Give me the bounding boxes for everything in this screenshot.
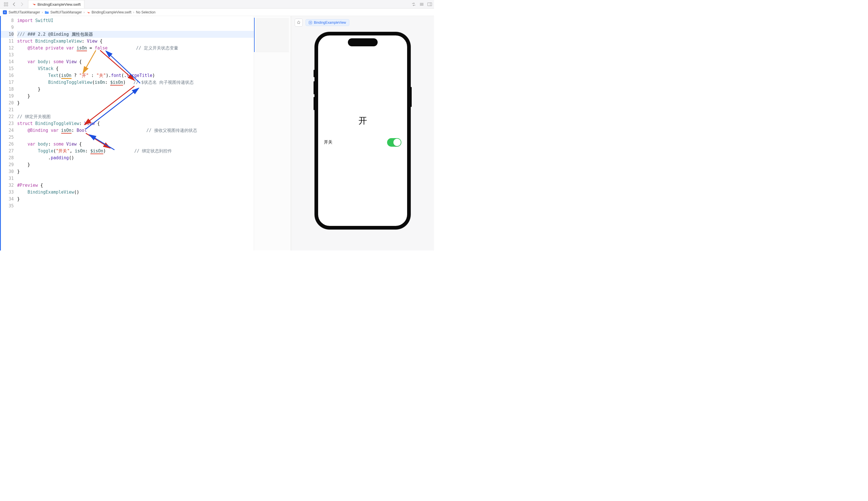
code-area[interactable]: import SwiftUI/// ### 2.2 @Binding 属性包装器…	[17, 16, 254, 250]
preview-badge-label: BindingExampleView	[314, 21, 346, 24]
nav-forward-button[interactable]	[20, 2, 24, 7]
phone-side-button	[314, 70, 315, 77]
chevron-right-icon: ›	[133, 10, 134, 14]
status-text: 开	[359, 115, 367, 127]
pin-preview-button[interactable]	[295, 19, 303, 26]
phone-side-button	[411, 87, 412, 107]
crumb-folder[interactable]: SwiftUITaskManager	[50, 10, 82, 14]
code-editor[interactable]: 8910111213141516171819202122232425262728…	[0, 16, 254, 250]
svg-rect-1	[7, 2, 8, 3]
iphone-simulator-frame: 开 开关	[315, 32, 411, 230]
toggle-label: 开关	[324, 140, 332, 145]
phone-side-button	[314, 81, 315, 94]
chevron-right-icon: ›	[84, 10, 85, 14]
swift-file-icon	[32, 2, 36, 7]
svg-rect-0	[4, 2, 6, 3]
preview-canvas: BindingExampleView 开 开关	[291, 16, 434, 250]
split-editor-icon[interactable]	[427, 2, 432, 7]
chevron-right-icon: ›	[42, 10, 43, 14]
nav-back-button[interactable]	[11, 2, 17, 7]
phone-side-button	[314, 97, 315, 110]
changes-toggle-icon[interactable]	[411, 2, 416, 7]
toggle-row: 开关	[318, 138, 407, 147]
editor-options-icon[interactable]	[419, 2, 424, 7]
crumb-file[interactable]: BindingExampleView.swift	[92, 10, 131, 14]
svg-rect-2	[4, 4, 6, 6]
minimap[interactable]	[254, 16, 291, 250]
tab-bar: BindingExampleView.swift	[0, 0, 434, 9]
crumb-selection[interactable]: No Selection	[136, 10, 155, 14]
crumb-project[interactable]: SwiftUITaskManager	[9, 10, 40, 14]
project-icon: A	[3, 10, 7, 14]
breadcrumb: A SwiftUITaskManager › SwiftUITaskManage…	[0, 9, 434, 16]
ios-toggle[interactable]	[387, 138, 401, 147]
preview-content[interactable]: 开 开关	[318, 35, 407, 226]
svg-rect-4	[428, 2, 432, 6]
related-items-icon[interactable]	[3, 2, 9, 7]
tab-filename: BindingExampleView.swift	[38, 2, 81, 7]
editor-tab[interactable]: BindingExampleView.swift	[28, 0, 84, 8]
preview-view-badge[interactable]: BindingExampleView	[306, 19, 349, 26]
svg-rect-3	[7, 4, 8, 6]
svg-rect-14	[309, 22, 311, 23]
line-number-gutter: 8910111213141516171819202122232425262728…	[0, 16, 17, 250]
folder-icon	[45, 11, 49, 14]
swift-file-icon	[86, 11, 90, 14]
